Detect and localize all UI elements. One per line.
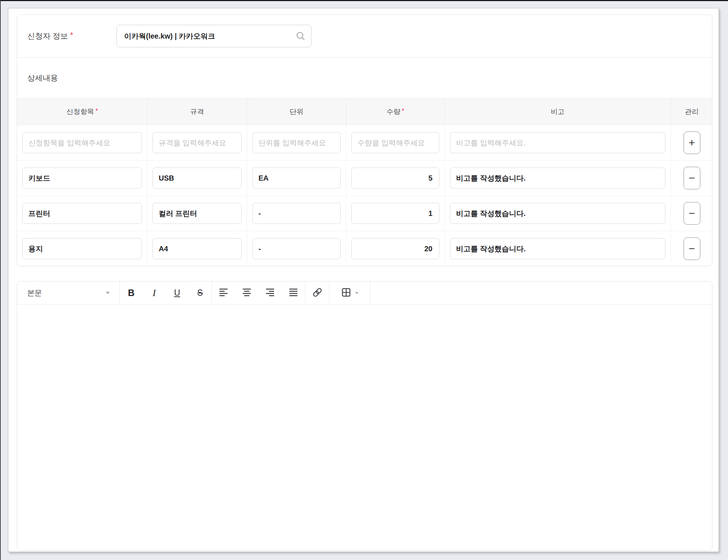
row-1-spec-input[interactable] — [153, 167, 242, 189]
column-header-spec: 규격 — [147, 98, 247, 125]
row-3-unit-input[interactable] — [252, 238, 341, 259]
new-unit-input[interactable] — [252, 132, 341, 153]
new-qty-input[interactable] — [351, 132, 439, 153]
new-spec-cell — [147, 125, 247, 160]
table-row-1-manage-cell: − — [671, 160, 712, 196]
align-right-button[interactable] — [258, 281, 282, 304]
align-center-icon — [242, 287, 252, 299]
table-row-1-item-cell — [17, 160, 147, 196]
insert-table-button[interactable] — [329, 281, 370, 304]
new-unit-cell — [247, 125, 346, 160]
table-row-2-spec-cell — [147, 196, 247, 231]
new-item-cell — [17, 125, 147, 160]
table-row-3-item-cell — [17, 231, 147, 266]
row-2-note-input[interactable] — [450, 203, 665, 224]
detail-section-header: 상세내용 — [17, 57, 712, 98]
form-window: 신청자 정보* 상세내용 신청항목* 규격 단위 수량* 비고 관리 — [8, 8, 719, 552]
table-row-2-manage-cell: − — [671, 196, 712, 231]
underline-button[interactable]: U — [166, 281, 189, 304]
align-justify-button[interactable] — [282, 281, 305, 304]
row-1-note-input[interactable] — [450, 167, 665, 189]
add-row-cell: + — [671, 125, 712, 160]
table-chevron-down-icon — [355, 292, 359, 294]
screen-frame-left — [0, 0, 1, 560]
text-format-group: B I U S — [120, 281, 212, 304]
row-1-qty-input[interactable] — [351, 167, 439, 189]
column-header-unit: 단위 — [247, 98, 346, 125]
new-qty-cell — [346, 125, 445, 160]
detail-section-label: 상세내용 — [27, 73, 58, 83]
applicant-required-mark: * — [70, 31, 73, 39]
link-icon — [312, 287, 323, 299]
table-row-1-spec-cell — [147, 160, 247, 196]
applicant-search-input[interactable] — [116, 25, 312, 47]
insert-link-button[interactable] — [305, 281, 329, 304]
align-left-icon — [218, 287, 229, 299]
table-icon — [341, 287, 351, 299]
column-header-item: 신청항목* — [17, 98, 147, 125]
applicant-search-field — [116, 25, 312, 47]
editor-content-area[interactable] — [17, 305, 712, 551]
table-row-3-unit-cell — [247, 231, 346, 266]
new-item-input[interactable] — [22, 132, 142, 153]
strikethrough-button[interactable]: S — [189, 281, 211, 304]
paragraph-style-select[interactable]: 본문 — [17, 281, 120, 304]
table-row-3-note-cell — [445, 231, 671, 266]
table-row-1-unit-cell — [247, 160, 346, 196]
applicant-field-row: 신청자 정보* — [17, 15, 712, 57]
chevron-down-icon — [106, 292, 110, 294]
new-spec-input[interactable] — [153, 132, 242, 153]
rich-text-editor-card: 본문 B I U S — [17, 281, 712, 551]
alignment-group — [212, 281, 305, 304]
table-row-1-qty-cell — [346, 160, 445, 196]
align-center-button[interactable] — [235, 281, 258, 304]
table-row-1-note-cell — [445, 160, 671, 196]
bold-button[interactable]: B — [120, 281, 143, 304]
editor-toolbar: 본문 B I U S — [17, 281, 712, 305]
table-row-2-qty-cell — [346, 196, 445, 231]
align-right-icon — [265, 287, 275, 299]
italic-button[interactable]: I — [143, 281, 166, 304]
row-3-note-input[interactable] — [450, 238, 665, 259]
request-form-card: 신청자 정보* 상세내용 신청항목* 규격 단위 수량* 비고 관리 — [17, 15, 712, 266]
row-3-spec-input[interactable] — [153, 238, 242, 259]
row-3-qty-input[interactable] — [351, 238, 439, 259]
align-justify-icon — [288, 287, 298, 299]
remove-row-3-button[interactable]: − — [684, 237, 700, 260]
new-note-cell — [445, 125, 671, 160]
row-2-spec-input[interactable] — [153, 203, 242, 224]
row-2-qty-input[interactable] — [351, 203, 439, 224]
new-note-input[interactable] — [450, 132, 665, 153]
remove-row-1-button[interactable]: − — [684, 167, 700, 189]
table-row-3-qty-cell — [346, 231, 445, 266]
row-1-unit-input[interactable] — [252, 167, 341, 189]
table-row-2-unit-cell — [247, 196, 346, 231]
items-table: 신청항목* 규격 단위 수량* 비고 관리 + − — [17, 98, 712, 266]
align-left-button[interactable] — [212, 281, 235, 304]
row-2-unit-input[interactable] — [252, 203, 341, 224]
paragraph-style-value: 본문 — [27, 288, 42, 298]
table-row-3-spec-cell — [147, 231, 247, 266]
row-1-item-input[interactable] — [22, 167, 142, 189]
table-row-2-item-cell — [17, 196, 147, 231]
row-2-item-input[interactable] — [22, 203, 142, 224]
column-header-note: 비고 — [445, 98, 671, 125]
applicant-label: 신청자 정보 — [27, 31, 68, 41]
row-3-item-input[interactable] — [22, 238, 142, 259]
item-required-mark: * — [95, 108, 98, 114]
screen-frame-top — [0, 0, 728, 1]
search-icon[interactable] — [296, 31, 306, 41]
qty-required-mark: * — [402, 108, 404, 114]
table-row-3-manage-cell: − — [671, 231, 712, 266]
add-row-button[interactable]: + — [684, 131, 700, 154]
column-header-manage: 관리 — [671, 98, 712, 125]
table-row-2-note-cell — [445, 196, 671, 231]
remove-row-2-button[interactable]: − — [684, 202, 700, 225]
column-header-qty: 수량* — [346, 98, 445, 125]
